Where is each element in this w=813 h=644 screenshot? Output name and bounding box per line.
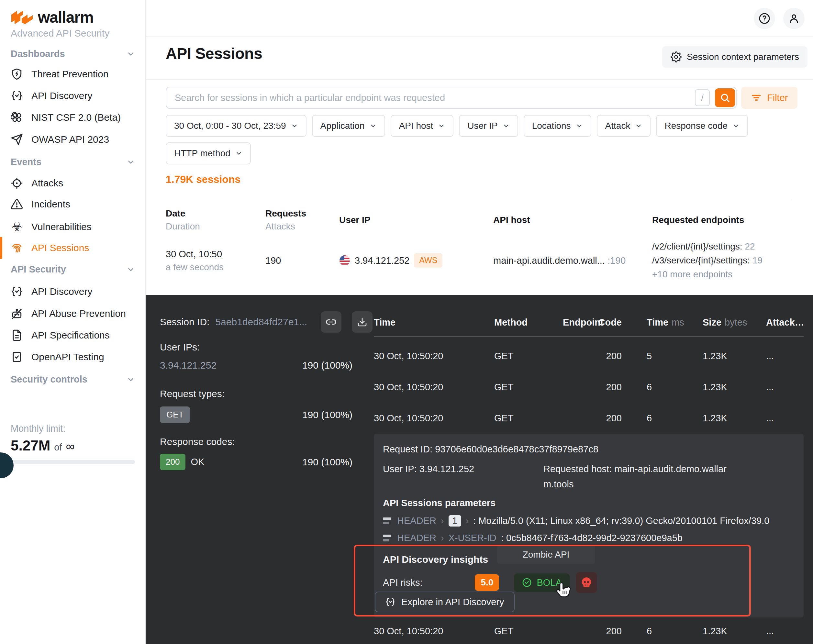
more-endpoints-link[interactable]: +10 more endpoints xyxy=(652,267,792,281)
sidebar-item-label: OWASP API 2023 xyxy=(31,134,109,145)
sidebar-item-api-specifications[interactable]: API Specifications xyxy=(11,326,110,345)
mouse-cursor-pointer xyxy=(553,581,573,601)
request-detail-panel: Request ID: 93706e60d0e3d6e8478c37f8979e… xyxy=(374,434,804,618)
paper-plane-icon xyxy=(11,133,23,146)
biohazard-icon: ☣ xyxy=(11,221,23,233)
zombie-api-risk-button[interactable] xyxy=(576,572,597,593)
zombie-api-tooltip: Zombie API xyxy=(497,546,595,564)
sidebar-item-api-discovery[interactable]: API Discovery xyxy=(11,86,92,105)
filter-chips-row-2: HTTP method xyxy=(166,143,251,164)
session-endpoints-cell: /v2/client/{int}/settings: 22 /v3/servic… xyxy=(652,239,792,281)
request-row[interactable]: 30 Oct, 10:50:20 GET 200 6 1.23K ... xyxy=(374,382,804,393)
sidebar-item-vulnerabilities[interactable]: ☣ Vulnerabilities xyxy=(11,218,92,236)
slash-shortcut-key: / xyxy=(695,89,710,106)
monthly-limit-label: Monthly limit: xyxy=(11,423,65,434)
column-api-host[interactable]: API host xyxy=(493,207,652,233)
explore-in-api-discovery-button[interactable]: Explore in API Discovery xyxy=(375,592,515,612)
sidebar-item-nist-csf[interactable]: NIST CSF 2.0 (Beta) xyxy=(11,108,121,127)
sidebar-item-label: API Sessions xyxy=(31,242,89,253)
sidebar-item-label: Incidents xyxy=(31,199,70,210)
filter-button[interactable]: Filter xyxy=(741,87,798,109)
session-date-cell: 30 Oct, 10:50 a few seconds xyxy=(166,247,265,274)
gear-icon xyxy=(670,51,682,63)
brand-subtitle: Advanced API Security xyxy=(11,28,109,39)
filter-icon xyxy=(751,92,762,103)
request-id: Request ID: 93706e60d0e3d6e8478c37f8979e… xyxy=(383,444,598,455)
sidebar-item-api-abuse-prevention[interactable]: API Abuse Prevention xyxy=(11,304,126,323)
sidebar-item-owasp-api[interactable]: OWASP API 2023 xyxy=(11,130,109,149)
user-ip-value: 3.94.121.252 xyxy=(355,254,410,267)
chevron-down-icon xyxy=(127,265,135,274)
session-requests-cell: 190 xyxy=(265,254,339,267)
request-row[interactable]: 30 Oct, 10:50:20 GET 200 6 1.23K ... xyxy=(374,626,804,636)
download-icon xyxy=(357,317,367,327)
request-row[interactable]: 30 Oct, 10:50:20 GET 200 5 1.23K ... xyxy=(374,351,804,362)
sidebar-item-label: API Specifications xyxy=(31,330,110,341)
column-requested-endpoints[interactable]: Requested endpoints xyxy=(652,207,792,233)
filter-chip-application[interactable]: Application xyxy=(312,115,385,137)
infinity-symbol: ∞ xyxy=(66,440,74,453)
request-row[interactable]: 30 Oct, 10:50:20 GET 200 6 1.23K ... xyxy=(374,413,804,424)
sidebar-section-events[interactable]: Events xyxy=(11,156,135,167)
column-date[interactable]: DateDuration xyxy=(166,207,265,233)
doc-check-icon xyxy=(11,351,23,363)
user-menu-button[interactable] xyxy=(783,8,805,29)
search-button[interactable] xyxy=(715,88,735,107)
help-button[interactable] xyxy=(754,8,775,29)
sidebar-section-security-controls[interactable]: Security controls xyxy=(11,374,135,385)
aws-tag: AWS xyxy=(414,253,442,268)
session-id-value: 5aeb1ded84fd27e1... xyxy=(215,316,307,328)
monthly-limit-progressbar xyxy=(11,460,135,464)
panel-user-ip[interactable]: 3.94.121.252 xyxy=(160,360,216,371)
sidebar-section-dashboards[interactable]: Dashboards xyxy=(11,49,135,59)
sidebar-item-threat-prevention[interactable]: Threat Prevention xyxy=(11,65,109,83)
requests-table-header: Time Method Endpoint Code Timems Sizebyt… xyxy=(374,317,804,328)
braces-check-icon xyxy=(11,285,23,298)
filter-chip-date-range[interactable]: 30 Oct, 0:00 - 30 Oct, 23:59 xyxy=(166,115,307,137)
sessions-table-header: DateDuration RequestsAttacks User IP API… xyxy=(166,207,792,233)
nist-clover-icon xyxy=(11,111,23,124)
filter-chip-locations[interactable]: Locations xyxy=(524,115,591,137)
chevron-down-icon xyxy=(732,122,739,129)
search-bar: / xyxy=(166,87,736,109)
messenger-launcher-partial[interactable] xyxy=(0,452,14,478)
search-icon xyxy=(719,92,730,103)
chevron-down-icon xyxy=(635,122,642,129)
user-ips-label: User IPs: xyxy=(160,342,200,353)
filter-chip-api-host[interactable]: API host xyxy=(391,115,454,137)
document-icon xyxy=(11,329,23,341)
session-row[interactable]: 30 Oct, 10:50 a few seconds 190 3.94.121… xyxy=(166,239,792,281)
col-time: Time xyxy=(374,317,494,328)
filter-chip-http-method[interactable]: HTTP method xyxy=(166,143,251,164)
sidebar-section-api-security[interactable]: API Security xyxy=(11,264,135,275)
button-label: Filter xyxy=(767,92,788,103)
sidebar-item-api-sessions[interactable]: API Sessions xyxy=(11,239,89,257)
sidebar-item-incidents[interactable]: Incidents xyxy=(11,195,70,213)
filter-chip-attack[interactable]: Attack xyxy=(597,115,651,137)
sidebar-item-api-discovery-2[interactable]: API Discovery xyxy=(11,282,92,301)
filter-chip-user-ip[interactable]: User IP xyxy=(459,115,518,137)
response-code-stat-row: 200 OK 190 (100%) xyxy=(160,454,353,470)
sessions-count: 1.79K sessions xyxy=(166,173,241,186)
sidebar-item-openapi-testing[interactable]: OpenAPI Testing xyxy=(11,348,104,366)
copy-link-button[interactable] xyxy=(321,311,341,333)
parameter-row: HEADER › 1 › : Mozilla/5.0 (X11; Linux x… xyxy=(383,515,769,526)
brand-name: wallarm xyxy=(38,8,94,26)
sidebar-item-attacks[interactable]: Attacks xyxy=(11,174,63,193)
endpoint-line: /v2/client/{int}/settings: 22 xyxy=(652,239,792,253)
user-ip-stat-row: 3.94.121.252 190 (100%) xyxy=(160,360,353,371)
sidebar-item-label: Threat Prevention xyxy=(31,69,109,80)
brand-logo[interactable]: wallarm xyxy=(11,8,94,26)
column-user-ip[interactable]: User IP xyxy=(339,207,493,233)
sidebar-item-label: OpenAPI Testing xyxy=(31,351,104,362)
response-code-group: 200 OK xyxy=(160,454,204,470)
download-session-button[interactable] xyxy=(352,311,373,333)
column-requests[interactable]: RequestsAttacks xyxy=(265,207,339,233)
button-label: Session context parameters xyxy=(687,52,799,62)
user-ip-stat: 190 (100%) xyxy=(302,360,353,371)
warning-triangle-icon xyxy=(11,198,23,210)
session-context-parameters-button[interactable]: Session context parameters xyxy=(662,46,807,67)
filter-chip-response-code[interactable]: Response code xyxy=(656,115,748,137)
method-get-badge: GET xyxy=(160,406,190,423)
search-input[interactable] xyxy=(166,92,695,103)
